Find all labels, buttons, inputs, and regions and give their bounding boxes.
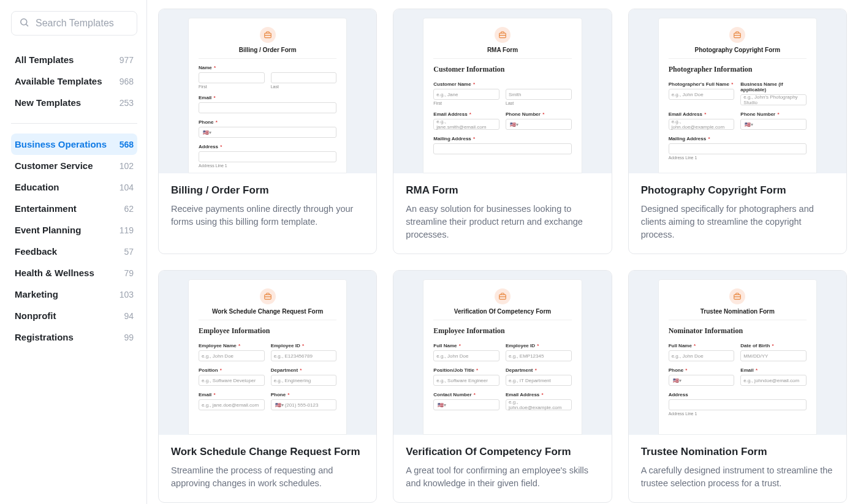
card-meta: Trustee Nomination FormA carefully desig…	[629, 435, 846, 502]
preview-section: Customer Information	[433, 65, 571, 74]
category-label: Customer Service	[15, 160, 93, 171]
preview-section: Photographer Information	[669, 65, 807, 74]
category-label: Health & Wellness	[15, 268, 94, 278]
template-card[interactable]: Billing / Order FormName *First LastEmai…	[158, 9, 377, 254]
category-label: Marketing	[15, 289, 58, 299]
search-box[interactable]	[11, 11, 137, 36]
category-count: 99	[124, 333, 134, 342]
template-thumbnail: Billing / Order FormName *First LastEmai…	[159, 9, 376, 173]
card-description: An easy solution for businesses looking …	[406, 203, 599, 241]
card-title: Work Schedule Change Request Form	[171, 446, 364, 458]
form-preview: Trustee Nomination FormNominator Informa…	[658, 279, 817, 435]
card-meta: Photography Copyright FormDesigned speci…	[629, 173, 846, 254]
form-preview: Verification Of Competency FormEmployee …	[423, 279, 582, 435]
card-meta: Work Schedule Change Request FormStreaml…	[159, 435, 376, 502]
preview-title: RMA Form	[433, 47, 571, 53]
template-card[interactable]: Trustee Nomination FormNominator Informa…	[628, 270, 847, 503]
category-item[interactable]: Customer Service102	[11, 155, 137, 176]
card-meta: Verification Of Competency FormA great t…	[393, 435, 611, 502]
card-meta: Billing / Order FormReceive payments onl…	[159, 173, 376, 241]
category-count: 102	[120, 161, 134, 171]
card-title: RMA Form	[406, 184, 599, 197]
filter-item[interactable]: New Templates253	[11, 92, 137, 113]
briefcase-icon	[729, 288, 745, 304]
card-title: Trustee Nomination Form	[641, 446, 834, 458]
category-count: 119	[120, 225, 134, 235]
category-item[interactable]: Health & Wellness79	[11, 262, 137, 284]
card-description: Streamline the process of requesting and…	[171, 464, 364, 490]
main-content: Billing / Order FormName *First LastEmai…	[147, 0, 858, 504]
category-count: 94	[124, 311, 134, 321]
category-item[interactable]: Marketing103	[11, 284, 137, 305]
form-preview: Billing / Order FormName *First LastEmai…	[188, 18, 347, 173]
briefcase-icon	[495, 27, 511, 43]
preview-section: Nominator Information	[669, 326, 807, 336]
preview-title: Work Schedule Change Request Form	[199, 308, 336, 315]
template-card[interactable]: Work Schedule Change Request FormEmploye…	[158, 270, 377, 503]
card-description: Designed specifically for photographers …	[641, 203, 834, 241]
filter-count: 977	[120, 55, 134, 65]
search-input[interactable]	[36, 18, 129, 29]
card-title: Verification Of Competency Form	[406, 446, 599, 458]
briefcase-icon	[495, 288, 511, 304]
category-label: Feedback	[15, 246, 57, 257]
svg-line-1	[26, 24, 28, 26]
form-preview: Photography Copyright FormPhotographer I…	[658, 18, 817, 173]
template-card[interactable]: RMA FormCustomer InformationCustomer Nam…	[393, 9, 612, 254]
filter-item[interactable]: Available Templates968	[11, 70, 137, 92]
filter-label: All Templates	[15, 55, 74, 65]
category-label: Registrations	[15, 332, 74, 342]
filter-count: 253	[120, 98, 134, 108]
category-count: 62	[124, 204, 134, 214]
category-item[interactable]: Nonprofit94	[11, 305, 137, 326]
briefcase-icon	[729, 27, 745, 43]
svg-point-0	[21, 19, 27, 25]
search-icon	[19, 17, 29, 29]
category-label: Entertainment	[15, 203, 77, 214]
briefcase-icon	[260, 27, 276, 43]
divider	[11, 123, 137, 124]
preview-section: Employee Information	[433, 326, 571, 336]
category-item[interactable]: Registrations99	[11, 326, 137, 348]
category-item[interactable]: Education104	[11, 176, 137, 198]
category-count: 57	[124, 247, 134, 257]
category-label: Education	[15, 182, 59, 192]
template-card[interactable]: Photography Copyright FormPhotographer I…	[628, 9, 847, 254]
category-count: 568	[120, 140, 134, 149]
preview-section: Employee Information	[199, 326, 336, 336]
template-thumbnail: Work Schedule Change Request FormEmploye…	[159, 271, 376, 435]
category-count: 104	[120, 182, 134, 192]
category-item[interactable]: Business Operations568	[11, 134, 137, 155]
filter-item[interactable]: All Templates977	[11, 49, 137, 70]
card-description: A great tool for confirming an employee'…	[406, 464, 599, 490]
top-filters: All Templates977Available Templates968Ne…	[11, 49, 137, 113]
category-label: Nonprofit	[15, 310, 56, 321]
template-thumbnail: RMA FormCustomer InformationCustomer Nam…	[393, 9, 611, 173]
template-thumbnail: Photography Copyright FormPhotographer I…	[629, 9, 846, 173]
briefcase-icon	[260, 288, 276, 304]
category-label: Event Planning	[15, 225, 81, 235]
category-item[interactable]: Event Planning119	[11, 219, 137, 241]
form-preview: RMA FormCustomer InformationCustomer Nam…	[423, 18, 582, 173]
category-label: Business Operations	[15, 139, 107, 149]
card-description: Receive payments online directly through…	[171, 203, 364, 228]
template-grid: Billing / Order FormName *First LastEmai…	[158, 9, 847, 503]
template-thumbnail: Verification Of Competency FormEmployee …	[393, 271, 611, 435]
category-count: 79	[124, 268, 134, 278]
card-description: A carefully designed instrument to strea…	[641, 464, 834, 490]
template-card[interactable]: Verification Of Competency FormEmployee …	[393, 270, 612, 503]
preview-title: Verification Of Competency Form	[433, 308, 571, 315]
filter-count: 968	[120, 77, 134, 86]
sidebar: All Templates977Available Templates968Ne…	[0, 0, 147, 504]
category-list: Business Operations568Customer Service10…	[11, 134, 137, 348]
preview-title: Photography Copyright Form	[669, 47, 807, 53]
template-thumbnail: Trustee Nomination FormNominator Informa…	[629, 271, 846, 435]
category-item[interactable]: Feedback57	[11, 241, 137, 262]
preview-title: Trustee Nomination Form	[669, 308, 807, 315]
card-title: Photography Copyright Form	[641, 184, 834, 197]
category-item[interactable]: Entertainment62	[11, 198, 137, 219]
category-count: 103	[120, 290, 134, 299]
card-meta: RMA FormAn easy solution for businesses …	[393, 173, 611, 254]
form-preview: Work Schedule Change Request FormEmploye…	[188, 279, 347, 435]
filter-label: New Templates	[15, 97, 81, 108]
